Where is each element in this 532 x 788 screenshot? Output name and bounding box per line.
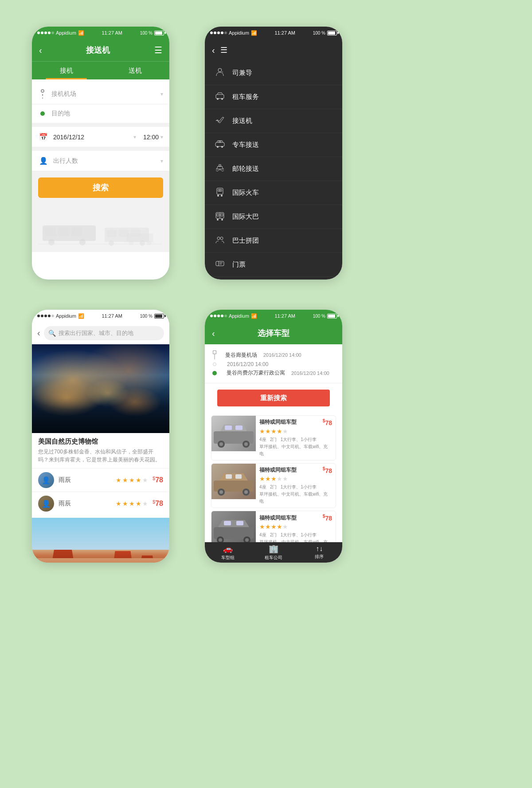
passengers-row[interactable]: 👤 出行人数 ▾ (32, 151, 169, 171)
destination-icon (38, 111, 47, 116)
svg-point-11 (109, 240, 114, 246)
destination-row[interactable]: 目的地 (32, 104, 169, 123)
bottom-tab-rental-label: 租车公司 (265, 555, 282, 561)
tab-bar: 接机 送机 (32, 61, 169, 79)
menu-item-ticket[interactable]: 门票 (205, 253, 342, 277)
airport-input[interactable]: 接机机场 (51, 90, 160, 98)
time-2: 11:27 AM (275, 30, 295, 35)
search-bar[interactable]: 🔍 搜索出行国家、城市、目的地 (44, 326, 164, 340)
menu-item-bus[interactable]: 国际大巴 (205, 205, 342, 229)
page-title-4: 选择车型 (215, 328, 332, 339)
search-button[interactable]: 搜索 (38, 177, 163, 198)
svg-rect-26 (218, 189, 220, 191)
car-features-2: 4座 2门 1大行李、1小行李 草坪接机、中文司机、车载wifi、充电 (259, 484, 332, 505)
wifi-icon-3: 📶 (78, 313, 84, 319)
route-destination: 曼谷尚费尔万豪行政公寓 (227, 369, 285, 377)
bottom-tab-car-type[interactable]: 🚗 车型组 (205, 542, 250, 563)
car-svg-3 (211, 511, 256, 547)
car-title-3: 福特或同组车型 (259, 514, 297, 522)
car-svg-2 (211, 464, 256, 499)
car-card-2[interactable]: 福特或同组车型 $78 ★★★★★ 4座 2门 1大行李、1小行李 草坪接机、中… (211, 463, 336, 508)
resarch-button[interactable]: 重新搜索 (217, 390, 330, 406)
svg-rect-63 (236, 521, 243, 525)
svg-rect-56 (235, 474, 242, 479)
car-price-1: $78 (323, 418, 332, 426)
car-info-1: 福特或同组车型 $78 ★★★★★ 4座 2门 1大行李、1小行李 草坪接机、中… (256, 416, 336, 460)
svg-point-38 (217, 237, 220, 240)
svg-point-18 (217, 98, 219, 100)
time-input[interactable]: 12:00 (143, 134, 159, 141)
menu-item-train[interactable]: 国际火车 (205, 181, 342, 205)
page-title: 接送机 (42, 45, 154, 55)
back-icon-3[interactable]: ‹ (37, 328, 40, 338)
car-stars-1: ★★★★★ (259, 427, 332, 435)
svg-point-5 (79, 239, 86, 245)
passengers-input[interactable]: 出行人数 (53, 157, 160, 165)
car-title-1: 福特或同组车型 (259, 418, 297, 426)
status-left-4: Appidium 📶 (210, 313, 257, 319)
signal-dots-3 (37, 315, 54, 317)
menu-item-cruise[interactable]: 邮轮接送 (205, 157, 342, 181)
menu-item-airport[interactable]: 接送机 (205, 109, 342, 133)
menu-item-cruise-label: 邮轮接送 (232, 165, 259, 173)
stars-1: ★★★★★ (116, 477, 148, 484)
destination-image-1[interactable] (32, 344, 169, 433)
route-row-1: 曼谷廊曼机场 2016/12/20 14:00 (211, 351, 336, 359)
car-image-1 (211, 416, 256, 451)
resarch-container: 重新搜索 (205, 383, 342, 413)
tab-dropoff[interactable]: 送机 (101, 62, 169, 79)
menu-icon[interactable]: ☰ (154, 45, 162, 55)
airport-row[interactable]: 接机机场 ▾ (32, 84, 169, 104)
menu-item-rental[interactable]: 租车服务 (205, 85, 342, 109)
route-date-1: 2016/12/20 14:00 (263, 352, 301, 358)
bottom-tab-rental-company[interactable]: 🏢 租车公司 (250, 542, 296, 563)
illustration (32, 208, 169, 252)
menu-item-driver[interactable]: 司兼导 (205, 61, 342, 85)
plane-icon (214, 115, 226, 127)
bottom-tab-sort[interactable]: ↑↓ 排序 (297, 542, 342, 563)
svg-rect-8 (107, 230, 117, 237)
car-title-2: 福特或同组车型 (259, 466, 297, 474)
date-row[interactable]: 📅 2016/12/12 ▾ 12:00 ▾ (32, 127, 169, 147)
svg-point-58 (219, 490, 223, 494)
phone-search: Appidium 📶 11:27 AM 100 % ‹ 🔍 搜索出行国家、城市、… (32, 310, 169, 563)
page-header: ‹ 接送机 ☰ (32, 39, 169, 61)
route-info: 曼谷廊曼机场 2016/12/20 14:00 2016/12/20 14:00… (205, 344, 342, 383)
menu-item-group-bus[interactable]: 巴士拼团 (205, 229, 342, 253)
signal-dots (37, 32, 54, 34)
battery-icon-3 (154, 314, 164, 319)
date-input[interactable]: 2016/12/12 (53, 134, 133, 141)
username-1: 雨辰 (59, 476, 111, 484)
carrier-3: Appidium (56, 313, 76, 319)
bus-icon (214, 211, 226, 223)
svg-rect-24 (219, 165, 221, 166)
svg-point-14 (129, 241, 133, 245)
back-icon-4[interactable]: ‹ (212, 328, 215, 339)
car-svg-1 (211, 416, 256, 451)
image-overlay (32, 406, 169, 433)
battery-4: 100 % (313, 314, 337, 319)
group-bus-icon (214, 235, 226, 247)
car-title-row-3: 福特或同组车型 $78 (259, 514, 332, 522)
menu-item-private[interactable]: 专车接送 (205, 133, 342, 157)
battery-icon (154, 31, 164, 35)
form-body: 接机机场 ▾ 目的地 📅 2016/12/12 ▾ 12:00 ▾ (32, 84, 169, 252)
svg-rect-34 (221, 214, 223, 216)
route-middle-dot (213, 362, 216, 366)
place-info-1: 美国自然历史博物馆 您见过700多株郁金香、水仙和风信子，全部盛开吗？来到库肯霍… (32, 433, 169, 515)
tab-pickup[interactable]: 接机 (32, 62, 101, 79)
place-desc-1: 您见过700多株郁金香、水仙和风信子，全部盛开吗？来到库肯霍夫，它是世界上最美丽… (32, 448, 169, 468)
destination-image-2[interactable] (32, 518, 169, 563)
back-icon-2[interactable]: ‹ (212, 45, 215, 55)
route-origin: 曼谷廊曼机场 (225, 351, 257, 359)
place-title-1: 美国自然历史博物馆 (32, 433, 169, 448)
car-card-1[interactable]: 福特或同组车型 $78 ★★★★★ 4座 2门 1大行李、1小行李 草坪接机、中… (211, 415, 336, 461)
menu-item-golf[interactable]: 高尔夫 (205, 277, 342, 280)
svg-point-35 (217, 219, 219, 221)
destination-input[interactable]: 目的地 (51, 110, 163, 118)
search-header: ‹ 🔍 搜索出行国家、城市、目的地 (32, 322, 169, 344)
back-icon[interactable]: ‹ (39, 45, 42, 55)
car-stars-3: ★★★★★ (259, 523, 332, 531)
status-bar-1: Appidium 📶 11:27 AM 100 % (32, 27, 169, 39)
route-date-2: 2016/12/20 14:00 (227, 361, 268, 367)
